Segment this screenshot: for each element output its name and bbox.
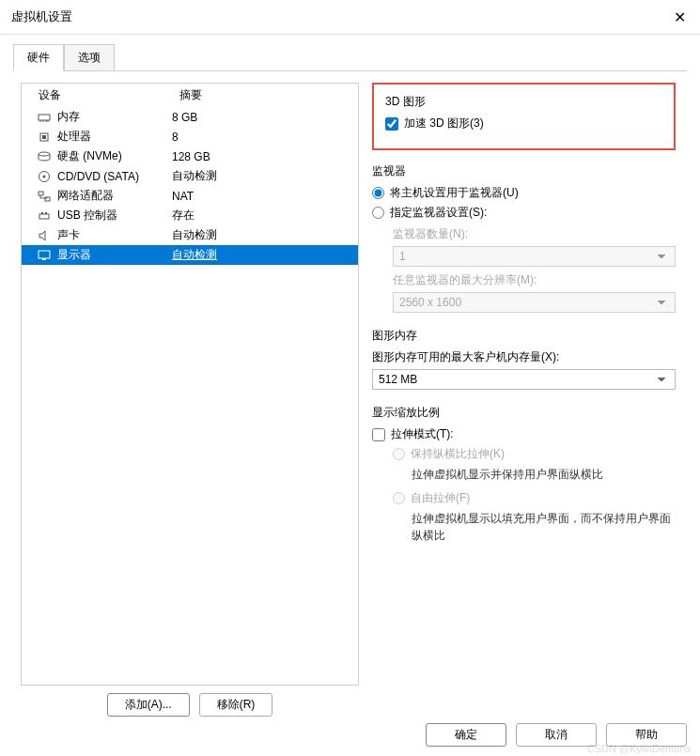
usb-icon (37, 209, 52, 223)
section-scale: 显示缩放比例 拉伸模式(T): 保持纵横比拉伸(K) 拉伸虚拟机显示并保持用户界… (372, 405, 676, 544)
right-panel: 3D 图形 加速 3D 图形(3) 监视器 将主机设置用于监视器(U) 指定监视… (372, 83, 679, 717)
titlebar: 虚拟机设置 ✕ (0, 0, 700, 35)
use-host-radio[interactable] (372, 187, 384, 199)
memory-icon (37, 111, 52, 124)
free-stretch-row: 自由拉伸(F) (393, 490, 676, 506)
cancel-button[interactable]: 取消 (516, 723, 597, 747)
device-summary: 自动检测 (172, 168, 350, 184)
sound-icon (37, 229, 52, 242)
free-stretch-label: 自由拉伸(F) (411, 490, 470, 506)
section-graphics-memory: 图形内存 图形内存可用的最大客户机内存量(X): 512 MB (372, 328, 676, 390)
left-panel: 设备 摘要 内存 8 GB 处理器 8 (21, 83, 359, 717)
device-row-processor[interactable]: 处理器 8 (22, 127, 358, 147)
device-summary: 128 GB (172, 150, 350, 163)
free-stretch-radio (393, 492, 405, 504)
max-res-label: 任意监视器的最大分辨率(M): (393, 272, 676, 288)
section-title-gmem: 图形内存 (372, 328, 676, 344)
device-list[interactable]: 设备 摘要 内存 8 GB 处理器 8 (21, 83, 359, 686)
section-monitor: 监视器 将主机设置用于监视器(U) 指定监视器设置(S): 监视器数量(N): … (372, 163, 676, 313)
list-header: 设备 摘要 (22, 84, 358, 107)
device-row-hdd[interactable]: 硬盘 (NVMe) 128 GB (22, 147, 358, 166)
left-buttons: 添加(A)... 移除(R) (21, 693, 359, 717)
monitor-sub-settings: 监视器数量(N): 1 任意监视器的最大分辨率(M): 2560 x 1600 (393, 226, 676, 313)
device-name: 处理器 (57, 129, 91, 145)
accelerate-3d-checkbox[interactable] (385, 117, 398, 131)
ok-button[interactable]: 确定 (426, 723, 506, 747)
svg-rect-6 (42, 135, 46, 139)
disc-icon (37, 170, 52, 183)
monitor-count-label: 监视器数量(N): (393, 226, 676, 242)
stretch-mode-row[interactable]: 拉伸模式(T): (372, 426, 676, 442)
device-summary: NAT (172, 190, 350, 203)
svg-rect-16 (42, 258, 46, 260)
stretch-mode-checkbox[interactable] (372, 428, 385, 441)
device-row-memory[interactable]: 内存 8 GB (22, 107, 358, 127)
stretch-options: 保持纵横比拉伸(K) 拉伸虚拟机显示并保持用户界面纵横比 自由拉伸(F) 拉伸虚… (393, 446, 676, 544)
device-row-cddvd[interactable]: CD/DVD (SATA) 自动检测 (22, 166, 358, 186)
section-3d-graphics: 3D 图形 加速 3D 图形(3) (372, 83, 676, 150)
svg-rect-12 (39, 214, 49, 219)
tab-options[interactable]: 选项 (64, 44, 115, 70)
stretch-mode-label: 拉伸模式(T): (391, 426, 454, 442)
remove-button[interactable]: 移除(R) (199, 693, 273, 717)
tab-bar: 硬件 选项 (0, 35, 700, 70)
device-row-sound[interactable]: 声卡 自动检测 (22, 225, 358, 245)
add-button[interactable]: 添加(A)... (107, 693, 190, 717)
cpu-icon (37, 131, 52, 144)
svg-point-7 (39, 152, 50, 156)
device-row-usb[interactable]: USB 控制器 存在 (22, 206, 358, 225)
monitor-count-select: 1 (393, 246, 676, 267)
svg-rect-14 (45, 212, 47, 214)
section-title-monitor: 监视器 (372, 163, 676, 179)
network-icon (37, 190, 52, 203)
svg-rect-15 (39, 251, 50, 258)
device-summary: 自动检测 (172, 247, 350, 263)
free-stretch-desc: 拉伸虚拟机显示以填充用户界面，而不保持用户界面纵横比 (412, 510, 676, 544)
specify-monitor-label: 指定监视器设置(S): (390, 205, 487, 221)
keep-aspect-desc: 拉伸虚拟机显示并保持用户界面纵横比 (412, 466, 676, 483)
device-name: 硬盘 (NVMe) (57, 148, 122, 164)
specify-monitor-radio[interactable] (372, 207, 384, 219)
device-summary: 8 GB (172, 111, 350, 124)
gmem-select[interactable]: 512 MB (372, 369, 676, 390)
device-name: 显示器 (57, 247, 91, 263)
window-title: 虚拟机设置 (11, 8, 72, 25)
svg-point-9 (43, 175, 46, 177)
use-host-row[interactable]: 将主机设置用于监视器(U) (372, 185, 676, 201)
hdd-icon (37, 150, 52, 163)
svg-rect-10 (39, 192, 43, 195)
svg-rect-13 (41, 212, 43, 214)
device-summary: 自动检测 (172, 227, 350, 243)
keep-aspect-label: 保持纵横比拉伸(K) (411, 446, 505, 462)
device-summary: 8 (172, 131, 350, 144)
device-row-network[interactable]: 网络适配器 NAT (22, 186, 358, 206)
device-name: 网络适配器 (57, 188, 114, 204)
section-title-scale: 显示缩放比例 (372, 405, 676, 421)
device-name: 内存 (57, 109, 80, 125)
content-area: 设备 摘要 内存 8 GB 处理器 8 (13, 70, 687, 728)
accelerate-3d-label: 加速 3D 图形(3) (404, 116, 484, 131)
tab-hardware[interactable]: 硬件 (13, 44, 64, 71)
watermark: CSDN @KylinDemons (587, 743, 691, 754)
device-name: CD/DVD (SATA) (57, 170, 139, 183)
svg-rect-0 (39, 115, 50, 120)
close-icon[interactable]: ✕ (668, 6, 691, 28)
gmem-label: 图形内存可用的最大客户机内存量(X): (372, 349, 676, 365)
header-device: 设备 (39, 87, 179, 103)
keep-aspect-radio (393, 448, 405, 460)
device-row-display[interactable]: 显示器 自动检测 (22, 245, 358, 265)
specify-monitor-row[interactable]: 指定监视器设置(S): (372, 205, 676, 221)
header-summary: 摘要 (179, 87, 350, 103)
section-title-3d: 3D 图形 (385, 94, 662, 110)
max-res-select: 2560 x 1600 (393, 292, 676, 313)
use-host-label: 将主机设置用于监视器(U) (390, 185, 519, 201)
device-summary: 存在 (172, 208, 350, 224)
accelerate-3d-row[interactable]: 加速 3D 图形(3) (385, 116, 662, 131)
keep-aspect-row: 保持纵横比拉伸(K) (393, 446, 676, 462)
device-name: 声卡 (57, 227, 80, 243)
display-icon (37, 249, 52, 262)
device-name: USB 控制器 (57, 208, 117, 224)
